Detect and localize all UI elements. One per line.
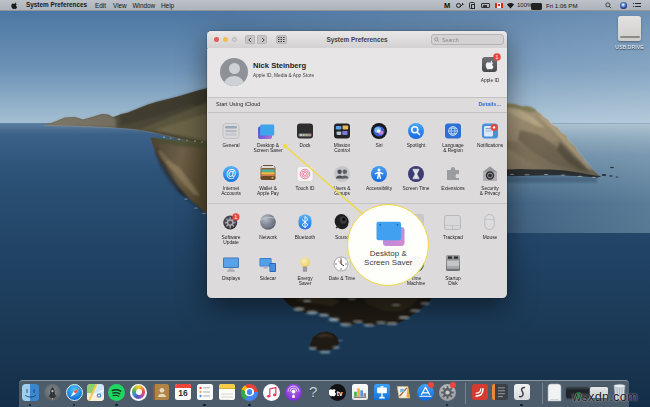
svg-text:1: 1: [234, 214, 237, 220]
svg-text:@: @: [225, 167, 236, 179]
svg-text:1: 1: [496, 54, 499, 60]
svg-text:tv: tv: [337, 389, 343, 396]
